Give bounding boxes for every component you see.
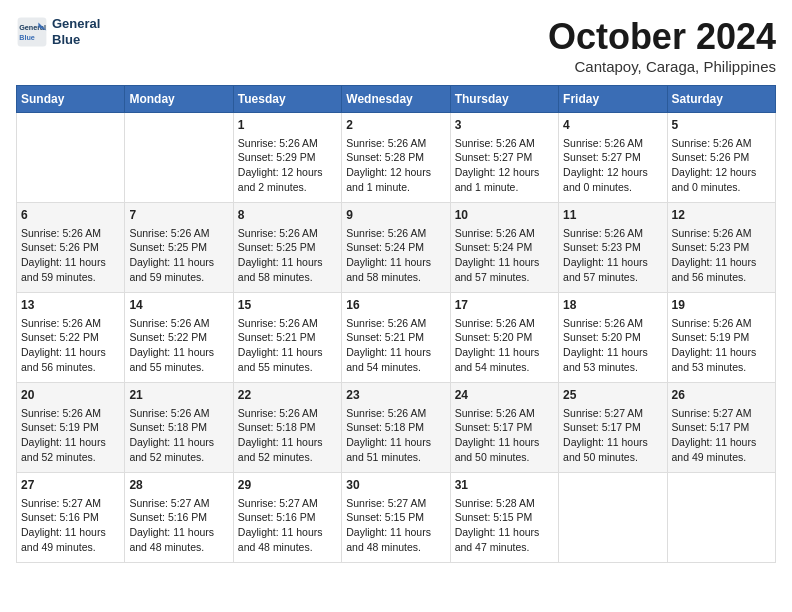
- cell-content: Sunrise: 5:26 AM Sunset: 5:21 PM Dayligh…: [346, 316, 445, 375]
- day-number: 26: [672, 387, 771, 404]
- page-header: General Blue General Blue October 2024 C…: [16, 16, 776, 75]
- calendar-cell: [667, 473, 775, 563]
- calendar-cell: 23Sunrise: 5:26 AM Sunset: 5:18 PM Dayli…: [342, 383, 450, 473]
- cell-content: Sunrise: 5:27 AM Sunset: 5:16 PM Dayligh…: [238, 496, 337, 555]
- cell-content: Sunrise: 5:26 AM Sunset: 5:25 PM Dayligh…: [129, 226, 228, 285]
- day-number: 11: [563, 207, 662, 224]
- calendar-week-row: 20Sunrise: 5:26 AM Sunset: 5:19 PM Dayli…: [17, 383, 776, 473]
- cell-content: Sunrise: 5:26 AM Sunset: 5:23 PM Dayligh…: [563, 226, 662, 285]
- cell-content: Sunrise: 5:26 AM Sunset: 5:18 PM Dayligh…: [238, 406, 337, 465]
- cell-content: Sunrise: 5:26 AM Sunset: 5:21 PM Dayligh…: [238, 316, 337, 375]
- location: Cantapoy, Caraga, Philippines: [548, 58, 776, 75]
- day-number: 17: [455, 297, 554, 314]
- calendar-cell: 30Sunrise: 5:27 AM Sunset: 5:15 PM Dayli…: [342, 473, 450, 563]
- day-number: 10: [455, 207, 554, 224]
- day-number: 3: [455, 117, 554, 134]
- cell-content: Sunrise: 5:26 AM Sunset: 5:25 PM Dayligh…: [238, 226, 337, 285]
- calendar-table: SundayMondayTuesdayWednesdayThursdayFrid…: [16, 85, 776, 563]
- logo-text: General Blue: [52, 16, 100, 47]
- calendar-cell: 17Sunrise: 5:26 AM Sunset: 5:20 PM Dayli…: [450, 293, 558, 383]
- calendar-cell: 25Sunrise: 5:27 AM Sunset: 5:17 PM Dayli…: [559, 383, 667, 473]
- day-number: 5: [672, 117, 771, 134]
- day-number: 13: [21, 297, 120, 314]
- cell-content: Sunrise: 5:26 AM Sunset: 5:19 PM Dayligh…: [21, 406, 120, 465]
- calendar-cell: 9Sunrise: 5:26 AM Sunset: 5:24 PM Daylig…: [342, 203, 450, 293]
- cell-content: Sunrise: 5:26 AM Sunset: 5:17 PM Dayligh…: [455, 406, 554, 465]
- day-number: 15: [238, 297, 337, 314]
- calendar-cell: 18Sunrise: 5:26 AM Sunset: 5:20 PM Dayli…: [559, 293, 667, 383]
- calendar-cell: 21Sunrise: 5:26 AM Sunset: 5:18 PM Dayli…: [125, 383, 233, 473]
- day-number: 21: [129, 387, 228, 404]
- day-header-tuesday: Tuesday: [233, 86, 341, 113]
- cell-content: Sunrise: 5:27 AM Sunset: 5:15 PM Dayligh…: [346, 496, 445, 555]
- calendar-cell: 22Sunrise: 5:26 AM Sunset: 5:18 PM Dayli…: [233, 383, 341, 473]
- day-number: 12: [672, 207, 771, 224]
- calendar-cell: 7Sunrise: 5:26 AM Sunset: 5:25 PM Daylig…: [125, 203, 233, 293]
- cell-content: Sunrise: 5:26 AM Sunset: 5:23 PM Dayligh…: [672, 226, 771, 285]
- cell-content: Sunrise: 5:26 AM Sunset: 5:20 PM Dayligh…: [455, 316, 554, 375]
- cell-content: Sunrise: 5:26 AM Sunset: 5:29 PM Dayligh…: [238, 136, 337, 195]
- day-header-friday: Friday: [559, 86, 667, 113]
- day-header-sunday: Sunday: [17, 86, 125, 113]
- cell-content: Sunrise: 5:28 AM Sunset: 5:15 PM Dayligh…: [455, 496, 554, 555]
- day-number: 25: [563, 387, 662, 404]
- calendar-cell: 28Sunrise: 5:27 AM Sunset: 5:16 PM Dayli…: [125, 473, 233, 563]
- cell-content: Sunrise: 5:26 AM Sunset: 5:28 PM Dayligh…: [346, 136, 445, 195]
- calendar-week-row: 6Sunrise: 5:26 AM Sunset: 5:26 PM Daylig…: [17, 203, 776, 293]
- day-number: 9: [346, 207, 445, 224]
- calendar-cell: 8Sunrise: 5:26 AM Sunset: 5:25 PM Daylig…: [233, 203, 341, 293]
- day-number: 18: [563, 297, 662, 314]
- calendar-cell: 13Sunrise: 5:26 AM Sunset: 5:22 PM Dayli…: [17, 293, 125, 383]
- calendar-cell: 3Sunrise: 5:26 AM Sunset: 5:27 PM Daylig…: [450, 113, 558, 203]
- day-number: 23: [346, 387, 445, 404]
- cell-content: Sunrise: 5:27 AM Sunset: 5:16 PM Dayligh…: [21, 496, 120, 555]
- logo: General Blue General Blue: [16, 16, 100, 48]
- day-number: 6: [21, 207, 120, 224]
- cell-content: Sunrise: 5:26 AM Sunset: 5:19 PM Dayligh…: [672, 316, 771, 375]
- day-header-thursday: Thursday: [450, 86, 558, 113]
- calendar-cell: 4Sunrise: 5:26 AM Sunset: 5:27 PM Daylig…: [559, 113, 667, 203]
- svg-text:Blue: Blue: [19, 33, 35, 42]
- day-number: 1: [238, 117, 337, 134]
- cell-content: Sunrise: 5:27 AM Sunset: 5:16 PM Dayligh…: [129, 496, 228, 555]
- calendar-cell: 26Sunrise: 5:27 AM Sunset: 5:17 PM Dayli…: [667, 383, 775, 473]
- calendar-cell: [17, 113, 125, 203]
- calendar-cell: 10Sunrise: 5:26 AM Sunset: 5:24 PM Dayli…: [450, 203, 558, 293]
- cell-content: Sunrise: 5:26 AM Sunset: 5:20 PM Dayligh…: [563, 316, 662, 375]
- calendar-cell: 5Sunrise: 5:26 AM Sunset: 5:26 PM Daylig…: [667, 113, 775, 203]
- day-header-saturday: Saturday: [667, 86, 775, 113]
- calendar-cell: 11Sunrise: 5:26 AM Sunset: 5:23 PM Dayli…: [559, 203, 667, 293]
- logo-icon: General Blue: [16, 16, 48, 48]
- day-number: 2: [346, 117, 445, 134]
- month-title: October 2024: [548, 16, 776, 58]
- cell-content: Sunrise: 5:26 AM Sunset: 5:22 PM Dayligh…: [129, 316, 228, 375]
- cell-content: Sunrise: 5:26 AM Sunset: 5:24 PM Dayligh…: [455, 226, 554, 285]
- calendar-cell: 14Sunrise: 5:26 AM Sunset: 5:22 PM Dayli…: [125, 293, 233, 383]
- calendar-cell: 2Sunrise: 5:26 AM Sunset: 5:28 PM Daylig…: [342, 113, 450, 203]
- day-number: 20: [21, 387, 120, 404]
- day-number: 16: [346, 297, 445, 314]
- cell-content: Sunrise: 5:26 AM Sunset: 5:26 PM Dayligh…: [21, 226, 120, 285]
- day-number: 22: [238, 387, 337, 404]
- calendar-cell: [125, 113, 233, 203]
- day-header-monday: Monday: [125, 86, 233, 113]
- calendar-week-row: 13Sunrise: 5:26 AM Sunset: 5:22 PM Dayli…: [17, 293, 776, 383]
- cell-content: Sunrise: 5:26 AM Sunset: 5:27 PM Dayligh…: [563, 136, 662, 195]
- cell-content: Sunrise: 5:26 AM Sunset: 5:27 PM Dayligh…: [455, 136, 554, 195]
- cell-content: Sunrise: 5:27 AM Sunset: 5:17 PM Dayligh…: [672, 406, 771, 465]
- title-area: October 2024 Cantapoy, Caraga, Philippin…: [548, 16, 776, 75]
- day-number: 29: [238, 477, 337, 494]
- day-header-wednesday: Wednesday: [342, 86, 450, 113]
- calendar-cell: 31Sunrise: 5:28 AM Sunset: 5:15 PM Dayli…: [450, 473, 558, 563]
- calendar-week-row: 27Sunrise: 5:27 AM Sunset: 5:16 PM Dayli…: [17, 473, 776, 563]
- day-number: 8: [238, 207, 337, 224]
- day-number: 31: [455, 477, 554, 494]
- day-number: 4: [563, 117, 662, 134]
- day-number: 24: [455, 387, 554, 404]
- cell-content: Sunrise: 5:26 AM Sunset: 5:18 PM Dayligh…: [129, 406, 228, 465]
- calendar-cell: 27Sunrise: 5:27 AM Sunset: 5:16 PM Dayli…: [17, 473, 125, 563]
- day-number: 7: [129, 207, 228, 224]
- calendar-week-row: 1Sunrise: 5:26 AM Sunset: 5:29 PM Daylig…: [17, 113, 776, 203]
- cell-content: Sunrise: 5:26 AM Sunset: 5:26 PM Dayligh…: [672, 136, 771, 195]
- calendar-cell: 15Sunrise: 5:26 AM Sunset: 5:21 PM Dayli…: [233, 293, 341, 383]
